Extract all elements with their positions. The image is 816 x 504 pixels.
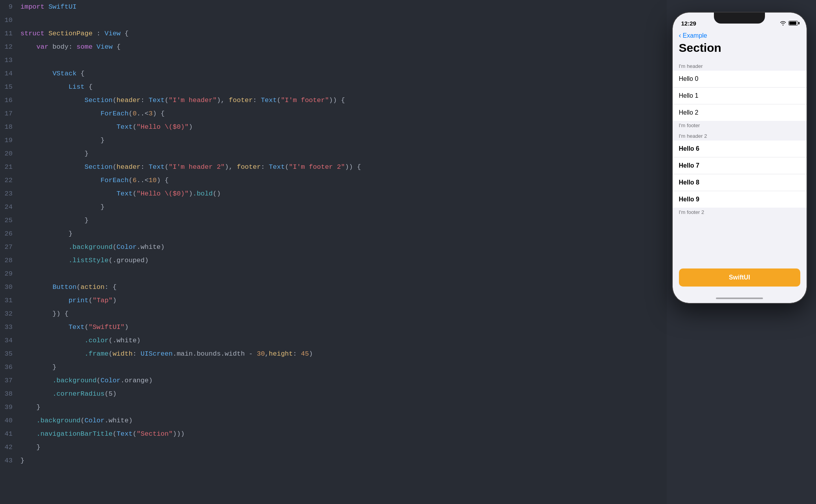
- list-content[interactable]: I'm headerHello 0Hello 1Hello 2I'm foote…: [673, 61, 807, 264]
- list-item[interactable]: Hello 2: [673, 104, 807, 121]
- line-content: }: [20, 217, 88, 224]
- line-content: }: [20, 363, 57, 371]
- line-number: 19: [0, 137, 20, 144]
- code-line: 29: [0, 270, 667, 283]
- code-line: 20 }: [0, 150, 667, 163]
- line-content: VStack {: [20, 70, 84, 77]
- line-number: 38: [0, 390, 20, 398]
- line-number: 10: [0, 16, 20, 24]
- line-content: var body: some View {: [20, 43, 121, 51]
- line-number: 13: [0, 57, 20, 64]
- code-line: 11struct SectionPage : View {: [0, 30, 667, 43]
- line-content: Section(header: Text("I'm header 2"), fo…: [20, 163, 361, 171]
- code-line: 38 .cornerRadius(5): [0, 390, 667, 404]
- code-line: 32 }) {: [0, 310, 667, 323]
- code-line: 13: [0, 57, 667, 70]
- line-content: Text("SwiftUI"): [20, 323, 128, 331]
- line-number: 40: [0, 417, 20, 424]
- status-time: 12:29: [681, 20, 696, 27]
- line-content: }: [20, 404, 40, 411]
- code-line: 18 Text("Hello \($0)"): [0, 123, 667, 137]
- line-content: .navigationBarTitle(Text("Section"))): [20, 430, 185, 438]
- code-line: 16 Section(header: Text("I'm header"), f…: [0, 97, 667, 110]
- line-number: 11: [0, 30, 20, 37]
- line-number: 36: [0, 363, 20, 371]
- line-content: }: [20, 137, 104, 144]
- line-number: 20: [0, 150, 20, 157]
- list-section-header: I'm header 2: [673, 131, 807, 141]
- line-number: 35: [0, 350, 20, 358]
- line-content: ForEach(6..<10) {: [20, 177, 169, 184]
- line-number: 25: [0, 217, 20, 224]
- line-number: 18: [0, 123, 20, 131]
- line-number: 17: [0, 110, 20, 117]
- list-item[interactable]: Hello 7: [673, 157, 807, 174]
- line-number: 12: [0, 43, 20, 51]
- nav-bar: ‹ Example Section: [673, 30, 807, 61]
- line-number: 34: [0, 337, 20, 344]
- code-line: 14 VStack {: [0, 70, 667, 83]
- list-item[interactable]: Hello 6: [673, 141, 807, 157]
- code-line: 43}: [0, 457, 667, 470]
- line-content: import SwiftUI: [20, 3, 77, 11]
- line-content: List {: [20, 83, 93, 91]
- list-section-footer: I'm footer: [673, 121, 807, 131]
- line-number: 41: [0, 430, 20, 438]
- line-number: 24: [0, 203, 20, 211]
- line-number: 15: [0, 83, 20, 91]
- battery-icon: [789, 21, 798, 26]
- line-number: 21: [0, 163, 20, 171]
- line-content: .background(Color.white): [20, 243, 165, 251]
- code-line: 17 ForEach(0..<3) {: [0, 110, 667, 123]
- line-number: 33: [0, 323, 20, 331]
- code-line: 42 }: [0, 444, 667, 457]
- list-item[interactable]: Hello 9: [673, 191, 807, 208]
- code-line: 27 .background(Color.white): [0, 243, 667, 257]
- line-number: 32: [0, 310, 20, 318]
- line-number: 22: [0, 177, 20, 184]
- line-content: }: [20, 457, 24, 464]
- line-content: .color(.white): [20, 337, 141, 344]
- code-line: 31 print("Tap"): [0, 297, 667, 310]
- line-number: 23: [0, 190, 20, 197]
- list-item[interactable]: Hello 1: [673, 88, 807, 104]
- back-chevron-icon: ‹: [679, 31, 681, 40]
- code-line: 9import SwiftUI: [0, 3, 667, 16]
- code-line: 40 .background(Color.white): [0, 417, 667, 430]
- battery-fill: [789, 22, 797, 25]
- code-line: 34 .color(.white): [0, 337, 667, 350]
- code-line: 28 .listStyle(.grouped): [0, 257, 667, 270]
- line-content: }: [20, 203, 104, 211]
- code-editor: 9import SwiftUI1011struct SectionPage : …: [0, 0, 667, 504]
- code-line: 12 var body: some View {: [0, 43, 667, 57]
- line-content: Text("Hello \($0)").bold(): [20, 190, 221, 197]
- line-number: 31: [0, 297, 20, 304]
- line-content: Button(action: {: [20, 283, 117, 291]
- line-content: .listStyle(.grouped): [20, 257, 148, 264]
- code-line: 25 }: [0, 217, 667, 230]
- nav-back-button[interactable]: ‹ Example: [679, 31, 800, 40]
- line-content: }) {: [20, 310, 68, 318]
- code-line: 37 .background(Color.orange): [0, 377, 667, 390]
- list-group: Hello 0Hello 1Hello 2: [673, 71, 807, 121]
- phone-screen: 12:29 ‹ Examp: [673, 13, 807, 303]
- code-lines: 9import SwiftUI1011struct SectionPage : …: [0, 0, 667, 473]
- line-content: }: [20, 150, 88, 157]
- home-indicator: [673, 294, 807, 303]
- wifi-icon: [780, 21, 786, 26]
- nav-back-label: Example: [683, 32, 707, 39]
- line-content: print("Tap"): [20, 297, 117, 304]
- nav-large-title: Section: [679, 40, 800, 58]
- code-line: 15 List {: [0, 83, 667, 97]
- phone-notch: [714, 13, 765, 24]
- phone-bottom: SwiftUI: [673, 264, 807, 294]
- list-group: Hello 6Hello 7Hello 8Hello 9: [673, 141, 807, 208]
- code-line: 41 .navigationBarTitle(Text("Section"))): [0, 430, 667, 444]
- list-item[interactable]: Hello 8: [673, 174, 807, 191]
- phone-container: 12:29 ‹ Examp: [667, 0, 816, 504]
- list-item[interactable]: Hello 0: [673, 71, 807, 88]
- line-content: .background(Color.white): [20, 417, 133, 424]
- code-line: 22 ForEach(6..<10) {: [0, 177, 667, 190]
- code-line: 26 }: [0, 230, 667, 243]
- swiftui-button[interactable]: SwiftUI: [679, 268, 800, 287]
